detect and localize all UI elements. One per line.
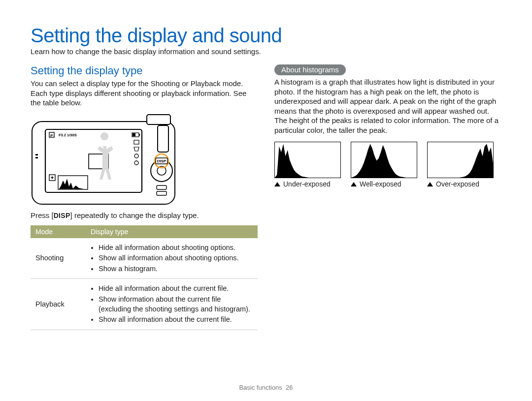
- histogram-chart-icon: [351, 142, 417, 178]
- page-intro: Learn how to change the basic display in…: [31, 47, 501, 56]
- page-title: Setting the display and sound: [31, 25, 501, 46]
- svg-marker-25: [275, 144, 340, 178]
- left-column: Setting the display type You can select …: [31, 62, 258, 330]
- press-before: Press [: [31, 211, 54, 219]
- svg-marker-26: [351, 144, 417, 178]
- list-item: Show information about the current file …: [99, 295, 253, 314]
- histogram-chart-icon: [428, 142, 493, 178]
- press-instruction: Press [DISP] repeatedly to change the di…: [31, 211, 258, 219]
- disp-button-label: DISP: [157, 159, 166, 163]
- footer-section: Basic functions: [239, 384, 282, 391]
- disp-key-label: DISP: [54, 212, 70, 219]
- manual-page: Setting the display and sound Learn how …: [0, 0, 532, 401]
- table-header-display: Display type: [86, 225, 258, 238]
- exposure-readout: F3.2 1/30S: [59, 133, 77, 137]
- histogram-well: Well-exposed: [351, 142, 416, 188]
- section-body: You can select a display type for the Sh…: [31, 79, 258, 108]
- footer-page-no: 26: [286, 384, 293, 391]
- right-column: About histograms A histogram is a graph …: [274, 62, 501, 330]
- table-cell-mode: Playback: [31, 279, 86, 330]
- histogram-under: Under-exposed: [274, 142, 340, 188]
- histogram-body: A histogram is a graph that illustrates …: [274, 77, 501, 135]
- svg-rect-6: [139, 134, 140, 136]
- table-cell-display: Hide all information about shooting opti…: [86, 238, 258, 279]
- list-item: Show a histogram.: [99, 264, 253, 274]
- triangle-icon: [427, 182, 433, 186]
- camera-illustration: P F3.2 1/30S: [31, 112, 176, 206]
- list-item: Hide all information about the current f…: [99, 284, 253, 294]
- svg-marker-27: [428, 144, 493, 178]
- svg-rect-1: [147, 115, 170, 124]
- display-type-table: Mode Display type Shooting Hide all info…: [31, 225, 258, 330]
- svg-rect-23: [35, 154, 38, 155]
- list-item: Show all information about shooting opti…: [99, 253, 253, 263]
- press-after: ] repeatedly to change the display type.: [70, 211, 199, 219]
- page-footer: Basic functions 26: [0, 384, 532, 391]
- histogram-examples: Under-exposed Well-exposed Over-exposed: [274, 142, 501, 188]
- list-item: Show all information about the current f…: [99, 315, 253, 325]
- histogram-over: Over-exposed: [427, 142, 493, 188]
- table-row: Shooting Hide all information about shoo…: [31, 238, 258, 279]
- about-histograms-pill: About histograms: [274, 64, 346, 75]
- svg-rect-2: [158, 125, 168, 152]
- svg-rect-3: [45, 129, 142, 192]
- histogram-caption: Under-exposed: [283, 180, 331, 188]
- table-header-mode: Mode: [31, 225, 86, 238]
- triangle-icon: [274, 182, 280, 186]
- section-title: Setting the display type: [31, 64, 258, 77]
- p-mode-icon: P: [50, 133, 53, 137]
- histogram-caption: Well-exposed: [360, 180, 401, 188]
- camera-icon: P F3.2 1/30S: [31, 112, 176, 206]
- table-cell-mode: Shooting: [31, 238, 86, 279]
- table-row: Playback Hide all information about the …: [31, 279, 258, 330]
- list-item: Hide all information about shooting opti…: [99, 243, 253, 253]
- svg-rect-24: [35, 157, 38, 158]
- svg-rect-22: [157, 191, 166, 195]
- content-columns: Setting the display type You can select …: [31, 62, 501, 330]
- histogram-caption: Over-exposed: [436, 180, 479, 188]
- svg-rect-21: [157, 185, 166, 189]
- svg-rect-7: [133, 133, 135, 136]
- table-cell-display: Hide all information about the current f…: [86, 279, 258, 330]
- triangle-icon: [351, 182, 357, 186]
- histogram-chart-icon: [275, 142, 340, 178]
